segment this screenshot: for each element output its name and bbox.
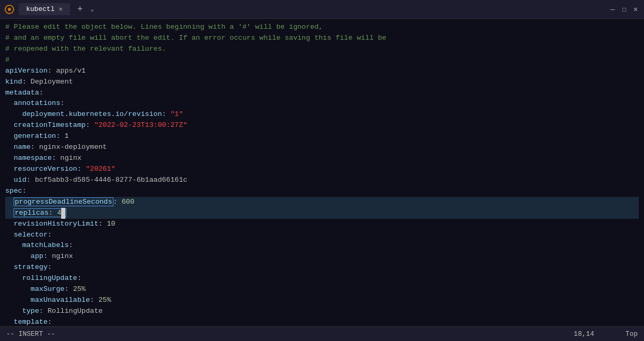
tab-close-button[interactable]: ✕ bbox=[59, 5, 63, 13]
code-line-11: generation: 1 bbox=[5, 131, 639, 142]
code-line-7: metadata: bbox=[5, 88, 639, 99]
code-line-6: kind: Deployment bbox=[5, 77, 639, 88]
window: kubectl ✕ + ⌄ — ☐ ✕ # Please edit the ob… bbox=[0, 0, 644, 341]
close-button[interactable]: ✕ bbox=[631, 5, 640, 14]
app-icon bbox=[4, 4, 15, 15]
code-line-10: creationTimestamp: "2022-02-23T13:00:27Z… bbox=[5, 120, 639, 131]
code-line-25: maxSurge: 25% bbox=[5, 284, 639, 295]
code-line-9: deployment.kubernetes.io/revision: "1" bbox=[5, 109, 639, 120]
code-line-17: progressDeadlineSeconds: 600 bbox=[5, 197, 639, 208]
code-line-24: rollingUpdate: bbox=[5, 273, 639, 284]
editor-content[interactable]: # Please edit the object below. Lines be… bbox=[0, 19, 644, 326]
titlebar-left: kubectl ✕ + ⌄ bbox=[4, 3, 94, 15]
tab-dropdown-button[interactable]: ⌄ bbox=[90, 5, 94, 13]
code-line-22: app: nginx bbox=[5, 251, 639, 262]
scroll-position: Top bbox=[626, 330, 638, 338]
active-tab[interactable]: kubectl ✕ bbox=[19, 3, 70, 15]
editor-mode: -- INSERT -- bbox=[6, 330, 55, 338]
code-line-28: template: bbox=[5, 317, 639, 326]
cursor-position: 18,14 bbox=[574, 330, 594, 338]
code-line-4: # bbox=[5, 55, 639, 66]
wheel-icon bbox=[5, 5, 14, 14]
status-right: 18,14 Top bbox=[574, 330, 638, 338]
code-line-14: resourceVersion: "20261" bbox=[5, 164, 639, 175]
code-line-16: spec: bbox=[5, 186, 639, 197]
code-line-12: name: nginx-deployment bbox=[5, 142, 639, 153]
titlebar: kubectl ✕ + ⌄ — ☐ ✕ bbox=[0, 0, 644, 19]
status-bar: -- INSERT -- 18,14 Top bbox=[0, 326, 644, 341]
code-line-1: # Please edit the object below. Lines be… bbox=[5, 22, 639, 33]
code-line-2: # and an empty file will abort the edit.… bbox=[5, 33, 639, 44]
code-line-23: strategy: bbox=[5, 262, 639, 273]
code-line-18: replicas: 4 bbox=[5, 208, 639, 219]
code-line-8: annotations: bbox=[5, 98, 639, 109]
add-tab-button[interactable]: + bbox=[74, 4, 86, 15]
code-line-5: apiVersion: apps/v1 bbox=[5, 66, 639, 77]
code-line-13: namespace: nginx bbox=[5, 153, 639, 164]
code-line-21: matchLabels: bbox=[5, 240, 639, 251]
code-line-15: uid: bcf5abb3-d585-4446-8277-6b1aad66161… bbox=[5, 175, 639, 186]
tab-label: kubectl bbox=[26, 5, 55, 13]
code-line-27: type: RollingUpdate bbox=[5, 306, 639, 317]
maximize-button[interactable]: ☐ bbox=[620, 5, 628, 14]
code-line-26: maxUnavailable: 25% bbox=[5, 295, 639, 306]
code-line-3: # reopened with the relevant failures. bbox=[5, 44, 639, 55]
window-controls: — ☐ ✕ bbox=[608, 5, 640, 14]
code-line-19: revisionHistoryLimit: 10 bbox=[5, 219, 639, 230]
minimize-button[interactable]: — bbox=[608, 5, 617, 14]
code-line-20: selector: bbox=[5, 230, 639, 241]
